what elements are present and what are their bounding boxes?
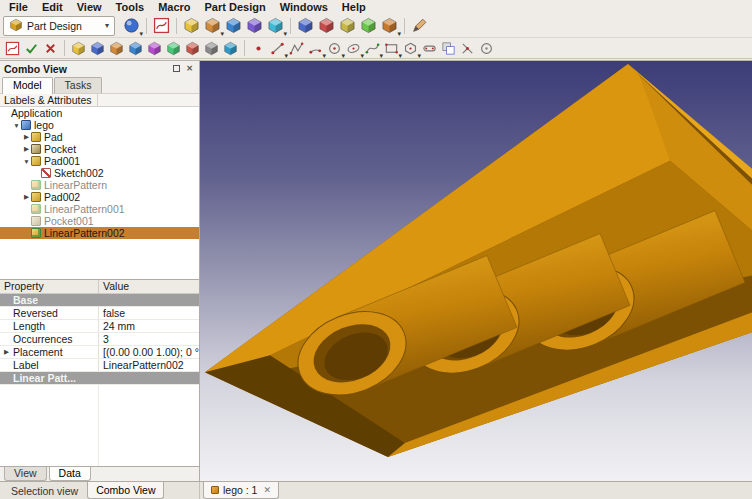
property-row-label[interactable]: LabelLinearPattern002 (0, 359, 199, 372)
validate-sketch-icon[interactable] (22, 39, 41, 58)
property-value[interactable]: LinearPattern002 (99, 359, 199, 371)
close-document-icon[interactable]: ✕ (263, 485, 271, 495)
tab-model[interactable]: Model (2, 77, 53, 94)
property-row-occurrences[interactable]: Occurrences3 (0, 333, 199, 346)
subtractive-loft-icon[interactable] (358, 15, 379, 36)
tree-item-label: Pad001 (44, 155, 80, 167)
additive-pipe-icon[interactable] (244, 15, 265, 36)
menu-windows[interactable]: Windows (273, 0, 335, 14)
fillet-icon[interactable] (126, 39, 145, 58)
chamfer-icon[interactable] (107, 39, 126, 58)
document-tab-lego[interactable]: lego : 1 ✕ (203, 482, 279, 499)
tree-item-pad[interactable]: ▶Pad (0, 131, 199, 143)
menu-part-design[interactable]: Part Design (198, 0, 273, 14)
document-tabs: lego : 1 ✕ (200, 482, 752, 499)
sketch-polygon-icon[interactable]: ▾ (401, 39, 420, 58)
additive-loft-icon[interactable] (223, 15, 244, 36)
property-column-header[interactable]: Property (0, 280, 99, 293)
property-group-base[interactable]: Base (0, 294, 199, 307)
sketch-conic-icon[interactable]: ▾ (344, 39, 363, 58)
property-group-linear-patt-[interactable]: Linear Patt... (0, 372, 199, 385)
edit-pen-icon[interactable] (409, 15, 430, 36)
menu-file[interactable]: File (2, 0, 35, 14)
revolution-icon[interactable]: ▾ (202, 15, 223, 36)
menu-view[interactable]: View (70, 0, 109, 14)
property-row-placement[interactable]: ▶Placement[(0.00 0.00 1.00); 0 °; (0 mm … (0, 346, 199, 359)
menu-help[interactable]: Help (335, 0, 373, 14)
bottom-bar: Selection viewCombo View lego : 1 ✕ (0, 481, 752, 499)
toolbar-row-1: Part Design ▾ ▾▾▾▾ (0, 14, 752, 38)
expander-icon[interactable]: ▼ (22, 158, 31, 165)
create-sketch-icon[interactable] (151, 15, 172, 36)
expander-icon[interactable]: ▼ (12, 122, 21, 129)
sketch-arc-icon[interactable]: ▾ (306, 39, 325, 58)
workbench-selector[interactable]: Part Design ▾ (3, 16, 115, 36)
pocket-icon (31, 144, 41, 154)
tree-item-linearpattern[interactable]: LinearPattern (0, 179, 199, 191)
menu-tools[interactable]: Tools (109, 0, 152, 14)
pocket-icon[interactable] (295, 15, 316, 36)
groove-icon[interactable] (337, 15, 358, 36)
close-panel-icon[interactable]: ✕ (184, 63, 195, 74)
sketch-bspline-icon[interactable]: ▾ (363, 39, 382, 58)
tab-view[interactable]: View (4, 467, 47, 481)
expander-icon[interactable]: ▶ (22, 145, 31, 153)
expander-icon[interactable]: ▶ (22, 133, 31, 141)
panel-tab-selection-view[interactable]: Selection view (2, 482, 87, 499)
sketch-polyline-icon[interactable] (287, 39, 306, 58)
shapebinder-icon[interactable] (221, 39, 240, 58)
sketch-point-icon[interactable] (249, 39, 268, 58)
float-panel-icon[interactable] (171, 63, 182, 74)
sketch-circle-icon[interactable]: ▾ (325, 39, 344, 58)
tree-item-pocket[interactable]: ▶Pocket (0, 143, 199, 155)
expander-icon[interactable]: ▶ (22, 193, 31, 201)
sketch-extend-icon[interactable] (477, 39, 496, 58)
thickness-icon[interactable] (164, 39, 183, 58)
pattern-icon (31, 180, 41, 190)
property-value[interactable]: false (99, 307, 199, 319)
tree-item-lego[interactable]: ▼lego (0, 119, 199, 131)
hole-icon[interactable] (316, 15, 337, 36)
draft-icon[interactable] (145, 39, 164, 58)
sketch-carbon-copy-icon[interactable] (439, 39, 458, 58)
tree-item-linearpattern002[interactable]: LinearPattern002 (0, 227, 199, 239)
combo-view-titlebar: Combo View ✕ (0, 61, 199, 76)
datum-plane-icon[interactable] (202, 39, 221, 58)
sketch-line-icon[interactable]: ▾ (268, 39, 287, 58)
value-column-header[interactable]: Value (99, 280, 199, 293)
menu-edit[interactable]: Edit (35, 0, 70, 14)
3d-viewport[interactable] (200, 61, 752, 481)
sketch-slot-icon[interactable] (420, 39, 439, 58)
boolean-icon[interactable] (88, 39, 107, 58)
tree-item-linearpattern001[interactable]: LinearPattern001 (0, 203, 199, 215)
sketch-trim-icon[interactable] (458, 39, 477, 58)
mirrored-icon[interactable] (183, 39, 202, 58)
tree-item-pad002[interactable]: ▶Pad002 (0, 191, 199, 203)
edit-sketch-icon[interactable] (3, 39, 22, 58)
property-row-length[interactable]: Length24 mm (0, 320, 199, 333)
tree-item-pocket001[interactable]: Pocket001 (0, 215, 199, 227)
linear-pattern-icon[interactable]: ▾ (379, 15, 400, 36)
property-value[interactable]: 24 mm (99, 320, 199, 332)
property-name: Occurrences (13, 333, 73, 345)
sketch-rectangle-icon[interactable]: ▾ (382, 39, 401, 58)
tree-item-sketch002[interactable]: Sketch002 (0, 167, 199, 179)
model-tree[interactable]: Application▼lego▶Pad▶Pocket▼Pad001Sketch… (0, 107, 199, 279)
tree-item-pad001[interactable]: ▼Pad001 (0, 155, 199, 167)
property-value[interactable]: [(0.00 0.00 1.00); 0 °; (0 mm 0 mm 0 ... (99, 346, 199, 358)
tab-data[interactable]: Data (49, 467, 91, 481)
navigation-sphere-icon[interactable]: ▾ (121, 15, 142, 36)
additive-helix-icon[interactable]: ▾ (265, 15, 286, 36)
panel-tab-combo-view[interactable]: Combo View (87, 482, 164, 499)
pad-icon[interactable] (181, 15, 202, 36)
expander-icon[interactable]: ▶ (4, 348, 13, 356)
property-row-reversed[interactable]: Reversedfalse (0, 307, 199, 320)
tree-header: Labels & Attributes (0, 93, 199, 107)
property-value[interactable]: 3 (99, 333, 199, 345)
tab-tasks[interactable]: Tasks (54, 77, 103, 93)
lego-model[interactable] (200, 61, 752, 481)
tree-item-application[interactable]: Application (0, 107, 199, 119)
body-icon[interactable] (69, 39, 88, 58)
menu-macro[interactable]: Macro (151, 0, 197, 14)
close-sketch-icon[interactable] (41, 39, 60, 58)
